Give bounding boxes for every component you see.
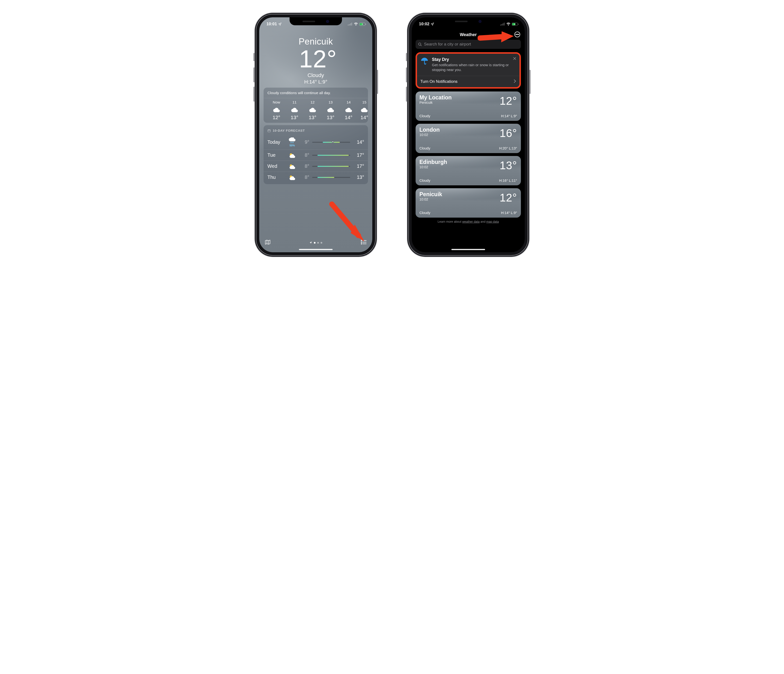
ellipsis-circle-icon <box>514 31 520 37</box>
svg-point-27 <box>418 43 421 45</box>
hourly-item: 1213° <box>303 100 322 120</box>
map-data-link[interactable]: map data <box>486 220 499 223</box>
turn-on-notifications-button[interactable]: Turn On Notifications <box>417 76 520 87</box>
page-title: Weather <box>460 32 477 37</box>
svg-rect-18 <box>504 23 504 25</box>
weather-list-screen: 10:02 Weather Search <box>412 17 525 252</box>
cloud-icon <box>358 108 368 112</box>
close-icon <box>513 56 516 61</box>
daily-row[interactable]: Thu 8° 13° <box>264 172 368 183</box>
stay-dry-card: Stay Dry Get notifications when rain or … <box>415 52 521 89</box>
svg-rect-1 <box>349 24 350 25</box>
nav-bar: Weather <box>412 30 525 40</box>
daily-row[interactable]: Wed 8° 17° <box>264 161 368 172</box>
svg-rect-0 <box>348 25 348 25</box>
svg-rect-7 <box>366 23 366 25</box>
hourly-item: 1514° <box>358 100 368 120</box>
hourly-summary: Cloudy conditions will continue all day. <box>264 91 368 98</box>
location-card[interactable]: Penicuik10:02 12° CloudyH:14° L:9° <box>415 188 521 218</box>
svg-point-25 <box>517 34 518 35</box>
battery-charging-icon <box>359 23 366 26</box>
weather-detail-screen: 10:01 Penicuik 12° Cloudy H:14° L:9° <box>259 17 372 252</box>
cellular-icon <box>500 23 505 25</box>
chevron-right-icon <box>514 79 516 83</box>
wifi-icon <box>506 23 510 26</box>
search-field[interactable]: Search for a city or airport <box>415 40 521 49</box>
hourly-forecast-panel[interactable]: Cloudy conditions will continue all day.… <box>264 87 368 123</box>
current-condition: Cloudy <box>259 72 372 78</box>
cloud-icon <box>303 108 322 112</box>
status-time: 10:02 <box>419 22 429 27</box>
hourly-item: 1414° <box>339 100 358 120</box>
daily-forecast-panel[interactable]: 10-DAY FORECAST Today 50% 9° 14° Tue 8° … <box>264 125 368 184</box>
cloud-icon <box>339 108 358 112</box>
current-temp: 12° <box>259 47 372 71</box>
weather-icon: 50% <box>287 137 297 147</box>
search-placeholder: Search for a city or airport <box>424 42 471 47</box>
phone-right: 10:02 Weather Search <box>409 14 527 255</box>
calendar-icon <box>268 129 271 133</box>
battery-charging-icon <box>512 23 518 26</box>
location-arrow-icon <box>431 22 434 26</box>
svg-point-24 <box>516 34 516 35</box>
daily-row[interactable]: Tue 8° 17° <box>264 150 368 161</box>
weather-data-link[interactable]: weather data <box>462 220 479 223</box>
svg-point-14 <box>361 243 362 244</box>
notice-cta: Turn On Notifications <box>420 79 457 84</box>
svg-point-13 <box>361 242 362 243</box>
list-icon <box>361 240 367 245</box>
daily-header: 10-DAY FORECAST <box>273 129 305 133</box>
svg-rect-3 <box>352 23 352 25</box>
cloud-icon <box>322 108 339 112</box>
location-arrow-icon <box>309 241 312 244</box>
wifi-icon <box>354 23 358 26</box>
svg-rect-16 <box>501 24 502 25</box>
footer-attrib: Learn more about weather data and map da… <box>412 220 525 223</box>
close-button[interactable] <box>513 56 516 61</box>
location-card[interactable]: Edinburgh10:02 13° CloudyH:16° L:11° <box>415 156 521 185</box>
weather-icon <box>287 164 297 169</box>
svg-point-26 <box>518 34 519 35</box>
page-dots[interactable] <box>309 241 322 244</box>
weather-icon <box>287 153 297 158</box>
weather-icon <box>287 175 297 180</box>
bottom-toolbar <box>259 238 372 248</box>
list-button[interactable] <box>361 240 367 246</box>
map-icon <box>264 239 271 245</box>
search-icon <box>418 42 422 47</box>
svg-rect-17 <box>502 23 503 25</box>
svg-point-12 <box>361 240 362 241</box>
hourly-item: 1313° <box>322 100 339 120</box>
more-button[interactable] <box>514 31 520 39</box>
hourly-row[interactable]: Now12°1113°1213°1313°1414°1514° <box>264 98 368 121</box>
daily-row[interactable]: Today 50% 9° 14° <box>264 135 368 150</box>
cellular-icon <box>348 23 353 25</box>
map-button[interactable] <box>264 239 271 246</box>
svg-rect-22 <box>518 23 518 25</box>
hero: Penicuik 12° Cloudy H:14° L:9° <box>259 30 372 85</box>
notice-desc: Get notifications when rain or snow is s… <box>432 62 516 72</box>
hourly-item: Now12° <box>268 100 285 120</box>
status-time: 10:01 <box>266 22 277 27</box>
notice-title: Stay Dry <box>432 57 516 62</box>
home-indicator[interactable] <box>299 249 333 250</box>
cloud-icon <box>285 108 303 112</box>
location-arrow-icon <box>278 22 282 26</box>
svg-rect-2 <box>350 23 351 25</box>
svg-rect-8 <box>268 129 271 132</box>
location-card[interactable]: London10:02 16° CloudyH:20° L:13° <box>415 124 521 153</box>
svg-rect-15 <box>500 25 501 25</box>
phone-left: 10:01 Penicuik 12° Cloudy H:14° L:9° <box>257 14 375 255</box>
cloud-icon <box>268 108 285 112</box>
hourly-item: 1113° <box>285 100 303 120</box>
svg-point-19 <box>508 25 509 25</box>
home-indicator[interactable] <box>451 249 485 250</box>
high-low: H:14° L:9° <box>259 79 372 85</box>
umbrella-icon <box>420 57 429 65</box>
location-card[interactable]: My LocationPenicuik 12° CloudyH:14° L:9° <box>415 92 521 121</box>
svg-point-4 <box>355 25 356 25</box>
